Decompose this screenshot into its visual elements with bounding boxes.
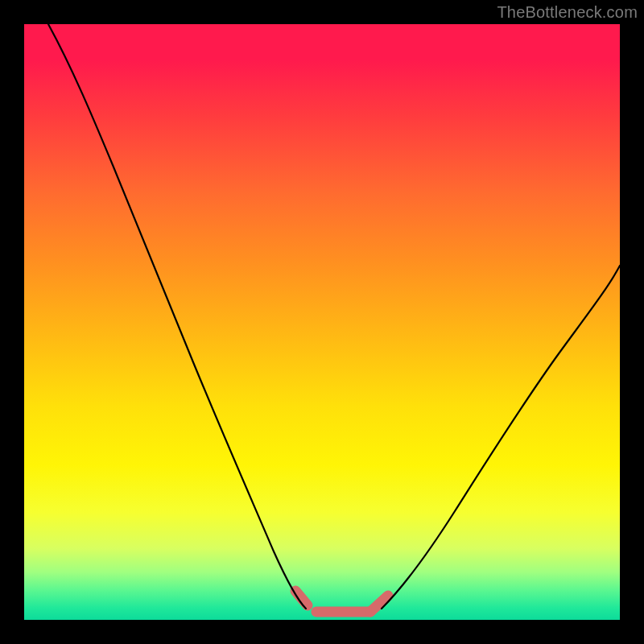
chart-frame: TheBottleneck.com [0,0,644,644]
left-branch-curve [48,24,306,609]
right-branch-curve [382,266,620,609]
watermark-text: TheBottleneck.com [497,3,638,22]
chart-curves [24,24,620,620]
